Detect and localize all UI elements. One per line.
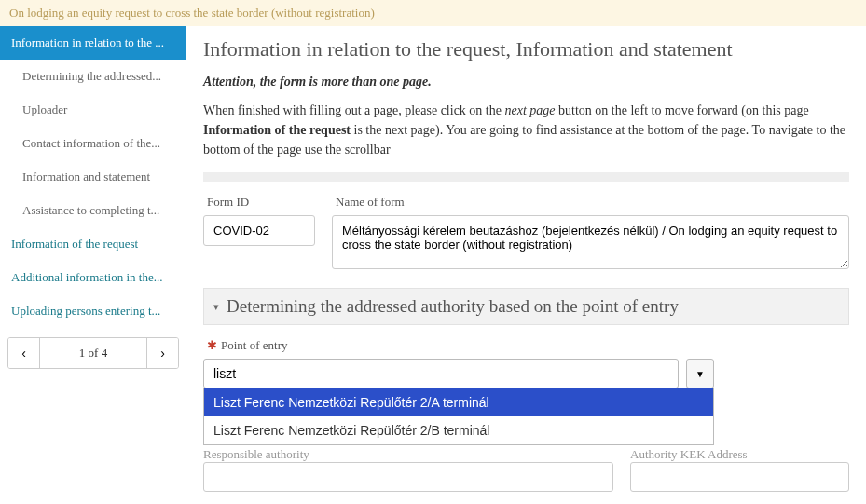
nav-info-relation[interactable]: Information in relation to the ...	[0, 26, 186, 60]
pager: ‹ 1 of 4 ›	[7, 337, 179, 369]
dropdown-option[interactable]: Liszt Ferenc Nemzetközi Repülőtér 2/A te…	[204, 388, 713, 416]
nav-assistance[interactable]: Assistance to completing t...	[0, 194, 186, 227]
nav-info-request[interactable]: Information of the request	[0, 227, 186, 261]
attention-text: Attention, the form is more than one pag…	[203, 75, 849, 89]
form-name-textarea[interactable]: Méltányossági kérelem beutazáshoz (bejel…	[332, 215, 849, 269]
point-of-entry-dropdown-button[interactable]: ▼	[686, 359, 714, 388]
required-asterisk: ✱	[207, 338, 217, 352]
nav-contact[interactable]: Contact information of the...	[0, 127, 186, 160]
pager-next-button[interactable]: ›	[146, 338, 178, 368]
chevron-down-icon: ▾	[213, 301, 227, 313]
responsible-authority-label: Responsible authority	[203, 447, 613, 462]
nav-determining[interactable]: Determining the addressed...	[0, 60, 186, 93]
point-of-entry-label: ✱Point of entry	[203, 338, 849, 353]
divider	[203, 172, 849, 182]
instructions: When finished with filling out a page, p…	[203, 101, 849, 159]
authority-kek-input[interactable]	[630, 462, 849, 492]
point-of-entry-input[interactable]	[203, 359, 679, 388]
nav-info-statement[interactable]: Information and statement	[0, 160, 186, 194]
point-of-entry-dropdown: Liszt Ferenc Nemzetközi Repülőtér 2/A te…	[203, 388, 714, 445]
pager-label: 1 of 4	[40, 338, 146, 368]
sidebar: Information in relation to the ... Deter…	[0, 26, 186, 503]
nav-uploading-persons[interactable]: Uploading persons entering t...	[0, 294, 186, 328]
nav-additional[interactable]: Additional information in the...	[0, 261, 186, 294]
dropdown-option[interactable]: Liszt Ferenc Nemzetközi Repülőtér 2/B te…	[204, 416, 713, 444]
authority-kek-label: Authority KEK Address	[630, 447, 849, 462]
nav-uploader[interactable]: Uploader	[0, 93, 186, 127]
pager-prev-button[interactable]: ‹	[8, 338, 40, 368]
form-id-input[interactable]	[203, 215, 315, 246]
banner: On lodging an equity request to cross th…	[0, 0, 866, 26]
section-header[interactable]: ▾ Determining the addressed authority ba…	[203, 288, 849, 325]
page-title: Information in relation to the request, …	[203, 37, 849, 61]
responsible-authority-input[interactable]	[203, 462, 613, 492]
form-id-label: Form ID	[203, 195, 315, 210]
form-name-label: Name of form	[332, 195, 849, 210]
main-content: Information in relation to the request, …	[186, 26, 866, 503]
section-title: Determining the addressed authority base…	[227, 296, 679, 317]
